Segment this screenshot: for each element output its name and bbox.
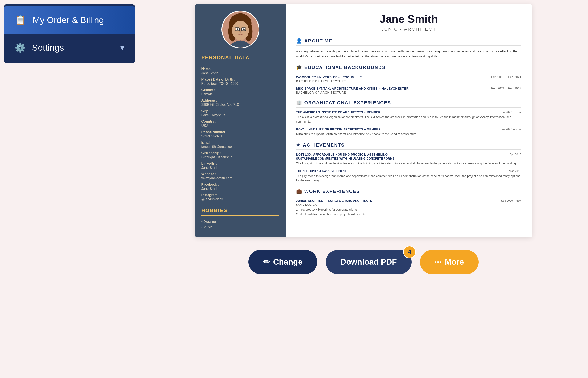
resume-job-title: JUNIOR ARCHITECT — [296, 27, 521, 32]
achievement-desc-1: The form, structure and mechanical featu… — [296, 161, 521, 166]
svg-point-4 — [232, 21, 249, 40]
sidebar-item-billing-label: My Order & Billing — [33, 15, 104, 25]
avatar-container — [201, 11, 279, 48]
billing-icon: 📋 — [15, 15, 26, 26]
settings-left: ⚙️ Settings — [15, 42, 64, 53]
work-entry-title-1: JUNIOR ARCHITECT – LOPEZ & ZHANG ARCHITE… — [296, 199, 521, 202]
resume-left-panel: PERSONAL DATA Name : Jane Smith Place / … — [195, 4, 286, 237]
field-label-linkedin: LinkedIn : — [201, 162, 279, 165]
change-button[interactable]: ✏ Change — [248, 250, 317, 274]
sidebar-menu: 📋 My Order & Billing ⚙️ Settings ▾ — [4, 4, 135, 63]
main-content: PERSONAL DATA Name : Jane Smith Place / … — [139, 0, 588, 378]
field-label-address: Address : — [201, 99, 279, 102]
hobbies-title: HOBBIES — [201, 207, 279, 216]
education-title: EDUCATIONAL BACKGROUNDS — [304, 65, 386, 70]
about-text: A strong believer in the ability of the … — [296, 49, 521, 59]
field-value-city: Lake Caitlyshire — [201, 113, 279, 117]
resume-right-panel: Jane Smith JUNIOR ARCHITECT 👤 ABOUT ME A… — [286, 4, 532, 237]
field-value-gender: Female — [201, 92, 279, 96]
bottom-buttons: ✏ Change Download PDF 4 ··· More — [248, 250, 479, 274]
edu-degree-2: BACHELOR OF ARCHITECTURE — [296, 91, 521, 94]
achievements-title: ACHIEVEMENTS — [303, 142, 345, 148]
work-location-1: SAN DIEGO, CA — [296, 203, 521, 206]
sidebar-item-settings[interactable]: ⚙️ Settings ▾ — [4, 34, 135, 61]
education-icon: 🎓 — [296, 65, 302, 70]
org-entry-2: ROYAL INSTITUTE OF BRITISH ARCHITECTS – … — [296, 128, 521, 136]
field-label-facebook: Facebook : — [201, 183, 279, 187]
edu-degree-1: BACHELOR OF ARCHITECTURE — [296, 80, 521, 83]
education-section-header: 🎓 EDUCATIONAL BACKGROUNDS — [296, 65, 521, 72]
hobby-music: • Music — [201, 225, 279, 229]
more-button-label: More — [445, 257, 464, 267]
work-section-header: 💼 WORK EXPERIENCES — [296, 189, 521, 196]
work-title: WORK EXPERIENCES — [304, 189, 360, 194]
edu-entry-2: MSC SPACE SYNTAX: ARCHITECTURE AND CITIE… — [296, 87, 521, 94]
about-section-header: 👤 ABOUT ME — [296, 38, 521, 46]
org-icon: 🏢 — [296, 100, 302, 106]
org-entry-1: THE AMERICAN INSTITUTE OF ARCHITECTS – M… — [296, 111, 521, 124]
download-button-wrapper: Download PDF 4 — [326, 250, 412, 274]
field-label-email: Email : — [201, 141, 279, 144]
achievement-title-2: THE S HOUSE: A PASSIVE HOUSE Mar 2019 — [296, 169, 521, 173]
edu-school-1: WOODBURY UNIVERSITY – LESCHMILLE Feb 201… — [296, 75, 521, 79]
field-value-dob: Po de town 704-04-1990 — [201, 82, 279, 86]
field-label-website: Website : — [201, 172, 279, 176]
achievement-entry-1: NOTBLOX: AFFORDABLE HOUSING PROJECT: ASS… — [296, 153, 521, 166]
field-value-facebook: Jane Smith — [201, 187, 279, 191]
work-desc-1: 1. Prepared 147 blueprints for corporate… — [296, 207, 521, 217]
field-value-website: www.jane-smith.com — [201, 176, 279, 180]
field-label-phone: Phone Number : — [201, 130, 279, 134]
about-icon: 👤 — [296, 38, 302, 44]
org-title: ORGANIZATIONAL EXPERIENCES — [304, 100, 391, 106]
svg-point-8 — [243, 28, 245, 30]
achievements-icon: ★ — [296, 142, 301, 148]
org-desc-1: The AIA is a professional organization f… — [296, 115, 521, 124]
field-value-phone: 939-979-2431 — [201, 134, 279, 138]
org-name-2: ROYAL INSTITUTE OF BRITISH ARCHITECTS – … — [296, 128, 521, 131]
field-value-name: Jane Smith — [201, 71, 279, 75]
svg-point-12 — [239, 31, 242, 33]
resume-card: PERSONAL DATA Name : Jane Smith Place / … — [195, 4, 532, 237]
edu-school-2: MSC SPACE SYNTAX: ARCHITECTURE AND CITIE… — [296, 87, 521, 90]
personal-data-title: PERSONAL DATA — [201, 55, 279, 63]
settings-icon: ⚙️ — [15, 42, 26, 53]
work-icon: 💼 — [296, 189, 302, 194]
field-label-city: City : — [201, 109, 279, 113]
field-label-gender: Gender : — [201, 88, 279, 92]
achievement-subtitle-1: SUSTAINABLE COMMUNITIES WITH INSULATING … — [296, 157, 521, 160]
change-button-label: Change — [273, 257, 302, 267]
field-value-email: janesmith@gmail.com — [201, 145, 279, 149]
chevron-down-icon: ▾ — [120, 43, 124, 52]
field-value-citizenship: Birthright Citizenship — [201, 155, 279, 159]
about-title: ABOUT ME — [304, 38, 332, 44]
field-value-instagram: @janesmith70 — [201, 197, 279, 201]
sidebar-item-settings-label: Settings — [32, 43, 64, 53]
personal-data-fields: Name : Jane Smith Place / Date of Birth … — [201, 67, 279, 201]
more-dots-icon: ··· — [435, 257, 442, 267]
achievement-entry-2: THE S HOUSE: A PASSIVE HOUSE Mar 2019 Th… — [296, 169, 521, 183]
field-label-country: Country : — [201, 120, 279, 123]
download-badge: 4 — [403, 246, 416, 258]
avatar — [221, 11, 259, 48]
edu-entry-1: WOODBURY UNIVERSITY – LESCHMILLE Feb 201… — [296, 75, 521, 83]
org-desc-2: RIBA aims to support British architects … — [296, 132, 521, 136]
org-section-header: 🏢 ORGANIZATIONAL EXPERIENCES — [296, 100, 521, 108]
hobby-drawing: • Drawing — [201, 220, 279, 224]
org-name-1: THE AMERICAN INSTITUTE OF ARCHITECTS – M… — [296, 111, 521, 114]
pencil-icon: ✏ — [263, 257, 270, 267]
download-button-label: Download PDF — [340, 257, 397, 267]
sidebar: 📋 My Order & Billing ⚙️ Settings ▾ — [0, 0, 139, 378]
resume-name: Jane Smith — [296, 13, 521, 25]
achievements-section-header: ★ ACHIEVEMENTS — [296, 142, 521, 150]
download-button[interactable]: Download PDF — [326, 250, 412, 274]
field-label-citizenship: Citizenship : — [201, 151, 279, 155]
field-value-address: 3869 Hill Circles Apt. 710 — [201, 103, 279, 107]
field-label-name: Name : — [201, 67, 279, 71]
svg-point-7 — [236, 28, 238, 30]
work-entry-1: JUNIOR ARCHITECT – LOPEZ & ZHANG ARCHITE… — [296, 199, 521, 217]
field-label-dob: Place / Date of Birth : — [201, 78, 279, 81]
field-value-country: USA — [201, 124, 279, 128]
more-button[interactable]: ··· More — [420, 250, 478, 274]
field-value-linkedin: Jane Smith — [201, 166, 279, 170]
sidebar-item-billing[interactable]: 📋 My Order & Billing — [4, 6, 135, 34]
